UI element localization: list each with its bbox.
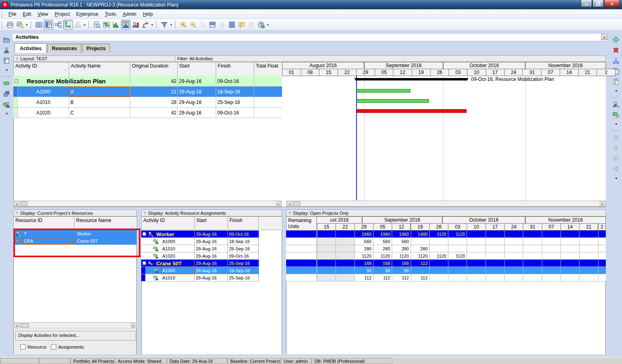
split-horizontal-button[interactable] bbox=[208, 20, 217, 30]
resource-row[interactable]: TWorker bbox=[13, 230, 137, 237]
timescale-week[interactable]: 21 bbox=[579, 223, 598, 231]
assignment-group-row[interactable]: −Worker29-Aug-1609-Oct-16 bbox=[141, 231, 282, 238]
collapse-arrow-icon[interactable]: ◂ bbox=[612, 121, 620, 126]
timescale-week[interactable]: 12 bbox=[392, 223, 411, 231]
timescale-week[interactable]: 05 bbox=[375, 69, 394, 76]
usage-row[interactable]: 168168168112 bbox=[286, 260, 606, 267]
layout-bar[interactable]: ▽Layout: TEST bbox=[13, 55, 175, 62]
layout-button[interactable] bbox=[44, 20, 53, 30]
timescale-month[interactable]: September 2016 bbox=[362, 216, 442, 224]
checkbox-resource[interactable] bbox=[20, 344, 25, 349]
menu-item-edit[interactable]: Edit bbox=[19, 10, 34, 18]
move-up-button[interactable] bbox=[612, 133, 620, 142]
expand-collapse-icon[interactable]: − bbox=[142, 261, 146, 265]
timescale-week[interactable]: 14 bbox=[560, 223, 580, 231]
expand-collapse-icon[interactable]: − bbox=[15, 79, 18, 83]
dropdown-arrow-icon[interactable]: ▾ bbox=[169, 23, 173, 27]
collapse-arrow-icon[interactable]: ◂ bbox=[2, 67, 11, 72]
timescale-month[interactable]: October 2016 bbox=[443, 62, 525, 69]
timescale-week[interactable]: 03 bbox=[448, 69, 467, 76]
expand-collapse-icon[interactable]: − bbox=[142, 232, 146, 236]
timescale-week[interactable]: 03 bbox=[448, 223, 467, 231]
usage-row[interactable]: 112112112112 bbox=[286, 274, 606, 281]
zoom-out-button[interactable] bbox=[188, 20, 198, 30]
usage-row[interactable]: 112011201120112011201120 bbox=[286, 252, 606, 260]
assign-button[interactable] bbox=[612, 111, 620, 119]
timescale-week[interactable]: 31 bbox=[523, 223, 542, 231]
timescale-week[interactable]: 05 bbox=[373, 223, 392, 231]
spreadsheet-button[interactable] bbox=[34, 20, 44, 30]
tab-resources[interactable]: Resources bbox=[47, 44, 81, 53]
column-header-finish[interactable]: Finish bbox=[227, 216, 259, 230]
timescale-week[interactable]: 29 bbox=[356, 69, 375, 76]
move-right-button[interactable] bbox=[612, 165, 620, 173]
timescale-week[interactable]: 07 bbox=[541, 69, 560, 76]
column-header-activity-id[interactable]: Activity ID bbox=[141, 216, 195, 230]
resource-row[interactable]: CRACrane 50T bbox=[13, 237, 137, 245]
scroll-thumb[interactable] bbox=[20, 323, 29, 328]
timescale-week[interactable]: 2 bbox=[597, 69, 616, 76]
split-vertical-button[interactable] bbox=[227, 20, 237, 30]
assignment-row[interactable]: A100029-Aug-1618-Sep-16 bbox=[141, 267, 282, 274]
timescale-week[interactable]: 12 bbox=[393, 69, 412, 76]
scroll-thumb[interactable] bbox=[293, 201, 300, 206]
timescale-week[interactable]: 2 bbox=[598, 223, 606, 231]
scroll-left-icon[interactable]: ◄ bbox=[287, 201, 292, 206]
column-header-start[interactable]: Start bbox=[194, 216, 228, 230]
panel-close-icon[interactable]: x bbox=[601, 34, 607, 40]
column-header-activity-name[interactable]: Activity Name bbox=[69, 62, 130, 76]
timescale-month[interactable]: August 2016 bbox=[282, 62, 364, 69]
collapse-arrow-icon[interactable]: ◂ bbox=[612, 88, 620, 93]
usage-section-bar[interactable]: ▽Display: Open Projects Only bbox=[286, 210, 606, 216]
scroll-left-icon[interactable]: ◄ bbox=[14, 201, 19, 206]
assignment-row[interactable]: A102029-Aug-1609-Oct-16 bbox=[141, 252, 282, 260]
critical-task-bar[interactable] bbox=[357, 109, 467, 113]
collapse-triangle-icon[interactable]: ▽ bbox=[16, 57, 18, 61]
help-button[interactable]: ? bbox=[256, 20, 266, 30]
table-row[interactable]: A1010B2829-Aug-1625-Sep-1630 bbox=[13, 97, 282, 108]
zoom-in-button[interactable] bbox=[178, 20, 188, 30]
cut-button[interactable] bbox=[612, 57, 620, 65]
usage-row[interactable]: 280280280280 bbox=[286, 245, 606, 252]
usage-row[interactable]: 560560560 bbox=[286, 238, 606, 245]
timescale-week[interactable]: 26 bbox=[429, 223, 448, 231]
scroll-right-icon[interactable]: ► bbox=[276, 201, 281, 206]
table-row[interactable]: A1020C4229-Aug-1609-Oct-160 bbox=[13, 108, 282, 118]
column-header-total-float[interactable]: Total Float bbox=[254, 62, 282, 76]
column-header-resource-id[interactable]: Resource ID bbox=[13, 216, 74, 230]
resources-button[interactable] bbox=[2, 46, 11, 54]
task-bar[interactable] bbox=[357, 89, 410, 93]
menu-item-tools[interactable]: Tools bbox=[102, 10, 119, 18]
assignments-button[interactable] bbox=[2, 100, 11, 108]
minimize-button[interactable] bbox=[581, 0, 592, 7]
collapse-arrow-icon[interactable]: ◂ bbox=[612, 176, 620, 180]
assignments-section-bar[interactable]: ▽Display: Activity Resource Assignments bbox=[141, 210, 282, 216]
timescale-month[interactable]: ust 2016 bbox=[316, 216, 362, 224]
activities-button[interactable] bbox=[2, 79, 11, 87]
schedule-button[interactable] bbox=[140, 20, 150, 30]
column-header-original-duration[interactable]: Original Duration bbox=[130, 62, 178, 76]
summary-bar[interactable] bbox=[356, 78, 467, 80]
resources-section-bar[interactable]: ▽Display: Current Project's Resources bbox=[13, 210, 137, 216]
usage-row[interactable]: 196019601960140011201120 bbox=[286, 231, 606, 238]
table-row-group[interactable]: −Resource Mobilization Plan4229-Aug-1609… bbox=[13, 76, 282, 87]
menu-item-help[interactable]: Help bbox=[140, 10, 156, 18]
tab-activities[interactable]: Activities bbox=[15, 43, 47, 53]
menu-item-file[interactable]: File bbox=[5, 10, 19, 18]
task-bar[interactable] bbox=[357, 99, 429, 103]
timescale-week[interactable]: 15 bbox=[317, 223, 336, 231]
dropdown-arrow-icon[interactable]: ▾ bbox=[266, 23, 270, 27]
timescale-week[interactable]: 15 bbox=[319, 69, 338, 76]
timescale-week[interactable]: 29 bbox=[355, 223, 374, 231]
scroll-thumb[interactable] bbox=[20, 201, 28, 206]
filter-button[interactable] bbox=[159, 20, 169, 30]
timescale-week[interactable]: 08 bbox=[301, 69, 320, 76]
filter-bar[interactable]: Filter: All Activities bbox=[175, 55, 606, 62]
network-button[interactable] bbox=[53, 20, 63, 30]
assignment-row[interactable]: A101029-Aug-1625-Sep-16 bbox=[141, 245, 282, 252]
collapse-triangle-icon[interactable]: ▽ bbox=[144, 211, 146, 215]
timescale-week[interactable]: 24 bbox=[504, 69, 523, 76]
resource-details-button[interactable] bbox=[612, 100, 620, 108]
wbs-button[interactable] bbox=[2, 90, 11, 98]
histogram-button[interactable] bbox=[111, 20, 121, 30]
